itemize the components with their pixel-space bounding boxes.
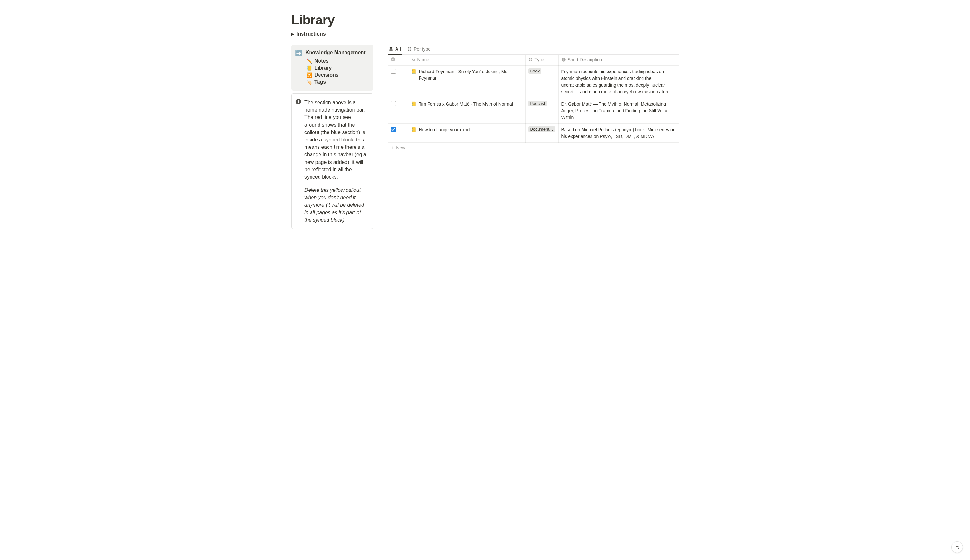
row-checkbox[interactable] xyxy=(391,127,396,132)
view-tabs: All Per type xyxy=(388,45,679,55)
sidebar-item-label: Decisions xyxy=(314,72,339,78)
svg-rect-1 xyxy=(298,102,298,103)
info-callout: The section above is a homemade navigati… xyxy=(291,93,373,229)
sidebar-item-label: Library xyxy=(314,65,332,71)
arrow-right-icon: ➡️ xyxy=(295,50,302,86)
group-icon xyxy=(407,47,412,51)
multiselect-icon xyxy=(528,57,533,62)
database-view: All Per type xyxy=(388,45,679,153)
page-icon: 📒 xyxy=(411,101,417,107)
ai-assist-button[interactable] xyxy=(952,542,963,553)
tag-icon: 🏷️ xyxy=(307,80,312,85)
row-description: Dr. Gabor Maté — The Myth of Normal, Met… xyxy=(561,101,677,121)
tab-label: Per type xyxy=(414,47,430,52)
synced-block-link[interactable]: synced block xyxy=(324,137,353,142)
instructions-toggle-label: Instructions xyxy=(297,31,326,37)
column-header-done[interactable] xyxy=(388,55,408,66)
column-header-label: Short Description xyxy=(568,57,602,62)
sidebar-item-notes[interactable]: ✏️ Notes xyxy=(305,57,368,65)
book-icon: 📒 xyxy=(307,65,312,70)
column-header-type[interactable]: Type xyxy=(525,55,558,66)
row-title[interactable]: How to change your mind xyxy=(419,127,470,133)
checkmark-circle-icon xyxy=(391,57,395,62)
type-tag: Book xyxy=(528,68,542,74)
tab-all[interactable]: All xyxy=(388,45,402,54)
callout-text: The section above is a homemade navigati… xyxy=(304,100,365,142)
sidebar-item-decisions[interactable]: 🔀 Decisions xyxy=(305,72,368,78)
row-title[interactable]: Tim Ferriss x Gabor Maté - The Myth of N… xyxy=(419,101,513,107)
svg-point-2 xyxy=(298,100,299,101)
pencil-icon: ✏️ xyxy=(307,58,312,63)
svg-point-6 xyxy=(563,59,564,59)
info-icon xyxy=(561,57,566,62)
page-icon: 📒 xyxy=(411,68,417,82)
instructions-toggle[interactable]: ▶ Instructions xyxy=(291,30,679,38)
toggle-arrow-icon: ▶ xyxy=(291,32,294,36)
text-aa-icon xyxy=(411,57,415,62)
tab-per-type[interactable]: Per type xyxy=(407,45,431,54)
layers-icon xyxy=(389,47,393,51)
plus-icon: + xyxy=(391,146,393,150)
tab-label: All xyxy=(395,47,401,52)
table-row[interactable]: 📒 Tim Ferriss x Gabor Maté - The Myth of… xyxy=(388,98,679,124)
new-row-label: New xyxy=(396,145,405,150)
column-header-description[interactable]: Short Description xyxy=(558,55,679,66)
library-table: Name Type Short Descri xyxy=(388,55,679,143)
callout-text: : this means each time there's a change … xyxy=(304,137,366,180)
type-tag: Podcast xyxy=(528,101,547,106)
page-icon: 📒 xyxy=(411,127,417,133)
nav-heading-link[interactable]: Knowledge Management xyxy=(305,50,368,55)
nav-callout: ➡️ Knowledge Management ✏️ Notes 📒 Libra… xyxy=(291,45,373,91)
table-row[interactable]: 📒 Richard Feynman - Surely You're Joking… xyxy=(388,66,679,98)
sidebar-item-label: Notes xyxy=(314,58,328,64)
row-title[interactable]: Richard Feynman - Surely You're Joking, … xyxy=(419,68,523,82)
sparkle-icon xyxy=(955,545,960,550)
row-checkbox[interactable] xyxy=(391,101,396,106)
info-icon xyxy=(295,99,301,105)
sidebar: ➡️ Knowledge Management ✏️ Notes 📒 Libra… xyxy=(291,45,373,229)
page-title: Library xyxy=(291,13,679,27)
column-header-name[interactable]: Name xyxy=(408,55,525,66)
column-header-label: Type xyxy=(535,57,544,62)
sidebar-item-library[interactable]: 📒 Library xyxy=(305,65,368,72)
svg-rect-5 xyxy=(563,59,563,61)
type-tag: Document… xyxy=(528,127,555,132)
table-row[interactable]: 📒 How to change your mind Document… Base… xyxy=(388,124,679,143)
column-header-label: Name xyxy=(417,57,429,62)
shuffle-icon: 🔀 xyxy=(307,72,312,78)
new-row-button[interactable]: + New xyxy=(388,143,679,153)
row-description: Feynman recounts his experiences trading… xyxy=(561,68,677,95)
sidebar-item-label: Tags xyxy=(314,79,326,85)
sidebar-item-tags[interactable]: 🏷️ Tags xyxy=(305,78,368,86)
row-description: Based on Michael Pollan's (eponym) book.… xyxy=(561,127,677,140)
callout-text-italic: Delete this yellow callout when you don'… xyxy=(304,186,368,223)
row-checkbox[interactable] xyxy=(391,68,396,74)
